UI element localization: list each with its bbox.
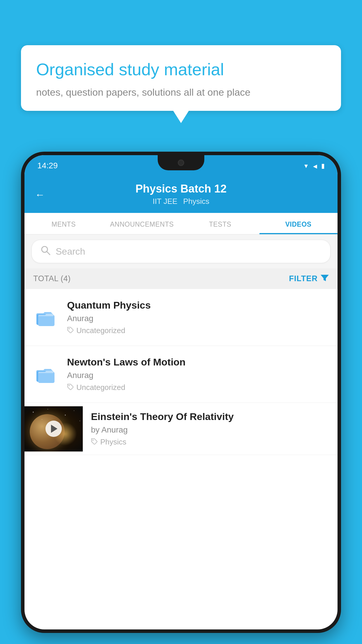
- phone-wrapper: 14:29 ← Physics Batch 12 IIT JEE Physics…: [21, 152, 341, 644]
- search-bar[interactable]: Search: [31, 240, 331, 263]
- svg-point-10: [48, 409, 48, 410]
- svg-marker-2: [321, 275, 329, 281]
- tab-tests[interactable]: TESTS: [181, 213, 259, 234]
- search-input[interactable]: Search: [56, 246, 85, 257]
- item-icon-folder: [33, 304, 59, 330]
- signal-icon: [313, 162, 317, 170]
- camera-dot: [178, 160, 184, 166]
- header-subtitle: IIT JEE Physics: [153, 197, 209, 206]
- item-author: by Anurag: [91, 425, 329, 435]
- app-header: ← Physics Batch 12 IIT JEE Physics: [24, 176, 338, 213]
- svg-point-11: [65, 414, 66, 415]
- header-subtitle-subject: Physics: [183, 197, 210, 206]
- svg-rect-7: [38, 372, 55, 383]
- tabs-bar: MENTS ANNOUNCEMENTS TESTS VIDEOS: [24, 213, 338, 235]
- item-tag: Physics: [91, 438, 329, 447]
- notch: [158, 155, 204, 170]
- tag-label: Uncategorized: [76, 326, 125, 335]
- list-item[interactable]: Newton's Laws of Motion Anurag Uncategor…: [24, 346, 338, 403]
- item-author: Anurag: [67, 314, 329, 323]
- item-tag: Uncategorized: [67, 383, 329, 392]
- item-title: Newton's Laws of Motion: [67, 356, 329, 368]
- svg-point-13: [42, 419, 42, 420]
- wifi-icon: [303, 162, 309, 170]
- play-button[interactable]: [45, 421, 62, 437]
- item-info: Quantum Physics Anurag Uncategorized: [67, 300, 329, 335]
- video-thumbnail: [24, 406, 83, 452]
- search-icon: [41, 245, 50, 258]
- item-tag: Uncategorized: [67, 326, 329, 335]
- tab-ments[interactable]: MENTS: [24, 213, 103, 234]
- total-label: TOTAL (4): [33, 274, 71, 283]
- tag-label: Uncategorized: [76, 383, 125, 392]
- bubble-title: Organised study material: [36, 59, 326, 80]
- tab-announcements[interactable]: ANNOUNCEMENTS: [103, 213, 181, 234]
- battery-icon: [321, 162, 325, 170]
- status-icons: [303, 162, 325, 170]
- phone-frame: 14:29 ← Physics Batch 12 IIT JEE Physics…: [21, 152, 341, 633]
- tag-icon: [91, 438, 97, 447]
- svg-point-14: [80, 421, 80, 421]
- item-title: Quantum Physics: [67, 300, 329, 311]
- header-subtitle-course: IIT JEE: [153, 197, 178, 206]
- item-title: Einstein's Theory Of Relativity: [91, 411, 329, 422]
- status-time: 14:29: [37, 161, 58, 170]
- filter-button[interactable]: FILTER: [289, 274, 329, 284]
- svg-line-1: [47, 252, 50, 255]
- status-bar: 14:29: [24, 155, 338, 176]
- tab-videos[interactable]: VIDEOS: [259, 213, 338, 234]
- item-icon-folder: [33, 361, 59, 387]
- phone-inner: 14:29 ← Physics Batch 12 IIT JEE Physics…: [24, 155, 338, 629]
- svg-point-5: [68, 328, 70, 329]
- list-item-video[interactable]: Einstein's Theory Of Relativity by Anura…: [24, 403, 338, 455]
- svg-point-8: [68, 385, 70, 386]
- list-content: Quantum Physics Anurag Uncategorized: [24, 289, 338, 455]
- filter-icon: [321, 274, 329, 284]
- svg-point-12: [74, 410, 74, 411]
- header-title: Physics Batch 12: [136, 183, 227, 195]
- einstein-info: Einstein's Theory Of Relativity by Anura…: [91, 403, 329, 455]
- play-icon: [51, 425, 57, 433]
- svg-point-9: [33, 412, 34, 412]
- item-author: Anurag: [67, 371, 329, 380]
- back-button[interactable]: ←: [35, 189, 45, 200]
- bubble-subtitle: notes, question papers, solutions all at…: [36, 87, 326, 98]
- search-container: Search: [24, 235, 338, 268]
- tag-icon: [67, 326, 73, 335]
- list-item[interactable]: Quantum Physics Anurag Uncategorized: [24, 289, 338, 346]
- tag-label: Physics: [100, 438, 126, 447]
- speech-bubble: Organised study material notes, question…: [21, 45, 341, 111]
- item-info: Newton's Laws of Motion Anurag Uncategor…: [67, 356, 329, 392]
- svg-point-15: [92, 440, 94, 441]
- filter-label: FILTER: [289, 274, 318, 283]
- filter-bar: TOTAL (4) FILTER: [24, 268, 338, 289]
- svg-rect-4: [38, 315, 55, 326]
- tag-icon: [67, 383, 73, 392]
